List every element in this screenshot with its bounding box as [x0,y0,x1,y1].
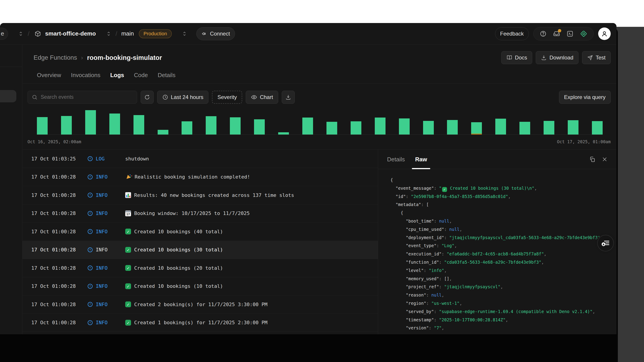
bar-chart-icon [125,192,131,198]
chart-bar[interactable] [471,110,482,134]
chart-bar[interactable] [37,110,48,134]
log-timestamp: 17 Oct 01:00:28 [31,229,87,234]
inbox-icon[interactable] [553,30,560,37]
alert-circle-icon [87,283,93,289]
chart-bar[interactable] [350,110,361,134]
log-timestamp: 17 Oct 01:00:28 [31,174,87,180]
chart-bar[interactable] [230,110,240,134]
chart-bar[interactable] [134,110,144,134]
sidebar-active-item[interactable] [0,90,16,102]
log-row[interactable]: 17 Oct 01:00:28INFO✓Created 10 bookings … [22,277,378,296]
chart-toggle-label: Chart [260,94,273,100]
chart-bar[interactable] [447,110,458,134]
tab-overview[interactable]: Overview [37,72,61,79]
severity-label: INFO [96,192,108,198]
docs-button[interactable]: Docs [501,51,532,64]
panel-tab-details[interactable]: Details [387,150,405,169]
chart-bar[interactable] [61,110,72,134]
severity-label: INFO [96,320,108,325]
log-row[interactable]: 17 Oct 01:00:28INFO✓Created 10 bookings … [22,259,378,277]
chart-bar[interactable] [109,110,120,134]
connect-label: Connect [210,31,230,37]
json-line: "id": "2e5907b8-0f4a-45a7-8535-d856d5a8c… [390,192,616,201]
screen: /dashboard e / smart-office-demo / main [0,0,644,362]
chart-bar[interactable] [278,110,289,134]
tab-invocations[interactable]: Invocations [71,72,100,79]
log-timestamp: 17 Oct 01:00:28 [31,247,87,253]
chart-bar[interactable] [302,110,313,134]
json-line: { [390,176,616,184]
check-icon: ✓ [125,265,131,271]
explore-via-query-button[interactable]: Explore via query [559,91,611,104]
chart-toggle-button[interactable]: Chart [246,91,278,104]
project-name[interactable]: smart-office-demo [45,30,96,37]
close-icon[interactable] [602,156,608,162]
chart-bar[interactable] [182,110,192,134]
check-icon: ✓ [125,302,131,307]
copy-icon[interactable] [589,156,596,162]
chevrons-updown-icon[interactable] [106,31,112,37]
tab-details[interactable]: Details [158,72,175,79]
search-input[interactable] [41,94,133,100]
assistant-button[interactable] [597,235,614,251]
chevrons-updown-icon[interactable] [182,31,188,37]
panel-header: Details Raw [378,150,616,169]
chart-bar[interactable] [254,110,265,134]
test-button[interactable]: Test [582,51,611,64]
notification-dot [558,29,561,32]
log-row[interactable]: 17 Oct 01:00:28INFORealistic booking sim… [22,168,378,186]
chart-bar[interactable] [85,110,96,134]
download-button[interactable]: Download [536,51,578,64]
chart-bar[interactable] [568,110,578,134]
log-row[interactable]: 17 Oct 01:03:25LOGshutdown [22,150,378,168]
log-row[interactable]: 17 Oct 01:00:28INFO✓Created 10 bookings … [22,223,378,241]
chart-bar[interactable] [206,110,216,134]
severity-filter-button[interactable]: Severity [212,91,242,104]
breadcrumb-slash: / [27,30,30,37]
search-box[interactable] [28,91,137,104]
avatar[interactable] [598,27,611,40]
chevrons-updown-icon[interactable] [18,31,24,37]
chart-bar[interactable] [375,110,386,134]
severity-label: LOG [96,156,105,162]
tab-code[interactable]: Code [134,72,148,79]
deploy-status-icon[interactable] [580,30,587,37]
json-line: { [390,209,616,217]
chart-bar[interactable] [495,110,506,134]
log-volume-chart [22,105,616,135]
org-switcher-partial[interactable]: e [0,28,8,40]
chart-bar[interactable] [326,110,337,134]
chart-bar[interactable] [158,110,168,134]
time-range-button[interactable]: Last 24 hours [157,91,208,104]
log-row[interactable]: 17 Oct 01:00:28INFO✓Created 1 booking(s)… [22,314,378,332]
test-label: Test [596,54,606,61]
docs-label: Docs [515,54,527,61]
chart-bar[interactable] [520,110,530,134]
log-row[interactable]: 17 Oct 01:00:28INFO✓Created 10 bookings … [22,241,378,259]
connect-button[interactable]: Connect [196,27,235,40]
json-line: "event_message": "✓ Created 10 bookings … [390,184,616,192]
severity-label: INFO [96,211,108,216]
terminal-icon[interactable] [567,30,573,37]
json-line: "version": "7", [390,324,616,332]
alert-circle-icon [87,211,93,216]
chart-bar[interactable] [423,110,434,134]
refresh-button[interactable] [141,91,154,104]
chart-bar[interactable] [592,110,603,134]
log-row[interactable]: 17 Oct 01:00:28INFO17Booking window: 10/… [22,204,378,223]
panel-tab-raw[interactable]: Raw [415,150,427,169]
severity-label: INFO [96,302,108,307]
breadcrumb-edge-functions[interactable]: Edge Functions [34,54,77,61]
chart-bar[interactable] [544,110,554,134]
help-icon[interactable] [540,30,546,37]
log-row[interactable]: 17 Oct 01:00:28INFO✓Created 2 booking(s)… [22,295,378,314]
explore-label: Explore via query [564,94,606,100]
alert-circle-icon [87,265,93,271]
search-icon [32,94,38,100]
tab-logs[interactable]: Logs [110,72,124,79]
export-button[interactable] [282,91,295,104]
branch-name[interactable]: main [121,30,134,37]
feedback-button[interactable]: Feedback [495,27,529,40]
log-row[interactable]: 17 Oct 01:00:28INFOResults: 40 new booki… [22,186,378,204]
chart-bar[interactable] [399,110,410,134]
